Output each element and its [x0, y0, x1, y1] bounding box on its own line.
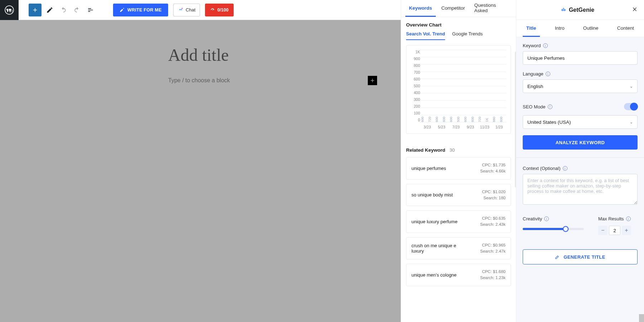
keyword-name: unique perfumes — [411, 166, 446, 171]
info-icon[interactable]: i — [548, 104, 552, 109]
usage-limit-button[interactable]: 0/100 — [205, 4, 233, 16]
keyword-input[interactable] — [523, 51, 638, 65]
info-icon[interactable]: i — [544, 216, 549, 221]
redo-icon — [73, 6, 80, 14]
close-icon — [632, 6, 638, 12]
right-panel-tabs: Title Intro Outline Content — [516, 20, 644, 37]
divider — [516, 157, 644, 158]
overview-chart-title: Overview Chart — [406, 22, 511, 28]
magic-pen-icon — [119, 8, 125, 13]
tab-content[interactable]: Content — [614, 20, 638, 37]
keyword-stats: CPC: $1.735Search: 4.66k — [480, 162, 506, 175]
scrollbar[interactable] — [639, 314, 644, 322]
seo-mode-toggle[interactable] — [624, 103, 638, 110]
sub-tab-search-vol[interactable]: Search Vol. Trend — [406, 31, 445, 40]
keyword-stats: CPC: $0.635Search: 2.43k — [480, 215, 506, 228]
chart-x-axis: 3/235/237/239/2311/231/23 — [420, 122, 506, 131]
chevron-down-icon: ⌄ — [630, 84, 633, 89]
keyword-stats: CPC: $1.020Search: 180 — [482, 189, 506, 201]
chart-y-axis: 1K9008007006005004003002001000 — [408, 50, 420, 122]
redo-button[interactable] — [72, 4, 82, 16]
chart-sub-tabs: Search Vol. Trend Google Trends — [406, 31, 511, 40]
keyword-card[interactable]: unique men's cologneCPC: $1.680Search: 1… — [406, 264, 511, 286]
keyword-stats: CPC: $1.680Search: 1.23k — [480, 269, 506, 281]
creativity-slider[interactable] — [523, 228, 584, 230]
right-panel-body: Keywordi Languagei English ⌄ SEO Modei U… — [516, 37, 644, 322]
modal-backdrop — [0, 20, 401, 322]
info-icon[interactable]: i — [626, 216, 631, 221]
svg-point-4 — [561, 9, 564, 11]
keywords-panel: Keywords Competitor Questions Asked Over… — [401, 0, 516, 322]
editor-canvas: Add title Type / to choose a block — [0, 20, 401, 322]
svg-point-1 — [179, 9, 181, 10]
stepper-decrease-button[interactable]: − — [598, 226, 608, 235]
analyze-keyword-button[interactable]: ANALYZE KEYWORD — [523, 135, 638, 150]
language-value: English — [527, 84, 543, 89]
tab-intro[interactable]: Intro — [551, 20, 568, 37]
chart-bars: 6007206006006005006006007201K880600 — [420, 50, 506, 122]
generate-icon — [555, 254, 560, 259]
pencil-icon — [46, 6, 53, 14]
tab-questions-asked[interactable]: Questions Asked — [471, 0, 512, 17]
keyword-card[interactable]: crush on me unique e luxuryCPC: $0.965Se… — [406, 237, 511, 260]
write-for-me-button[interactable]: WRITE FOR ME — [113, 4, 168, 16]
keyword-name: unique men's cologne — [411, 272, 457, 278]
document-overview-button[interactable] — [85, 4, 96, 16]
keyword-card[interactable]: unique perfumesCPC: $1.735Search: 4.66k — [406, 157, 511, 180]
svg-point-6 — [563, 8, 564, 9]
info-icon[interactable]: i — [543, 43, 548, 48]
country-select[interactable]: United States (USA) ⌄ — [523, 115, 638, 129]
tab-outline[interactable]: Outline — [580, 20, 602, 37]
gauge-icon — [210, 8, 215, 13]
tab-competitor[interactable]: Competitor — [438, 0, 469, 17]
seo-mode-label: SEO Modei — [523, 104, 552, 109]
country-value: United States (USA) — [527, 119, 571, 125]
left-panel-tabs: Keywords Competitor Questions Asked — [401, 0, 516, 17]
brand-label: GetGenie — [569, 7, 594, 13]
close-panel-button[interactable] — [632, 6, 638, 14]
write-for-me-label: WRITE FOR ME — [127, 8, 162, 13]
stepper-increase-button[interactable]: + — [622, 226, 631, 235]
usage-limit-label: 0/100 — [217, 8, 228, 13]
keyword-name: crush on me unique e luxury — [411, 243, 462, 254]
genie-brand-icon — [560, 7, 567, 13]
language-select[interactable]: English ⌄ — [523, 79, 638, 93]
wordpress-logo[interactable] — [0, 0, 19, 20]
keyword-card[interactable]: unique luxury perfumeCPC: $0.635Search: … — [406, 210, 511, 233]
generate-title-label: GENERATE TITLE — [564, 254, 605, 260]
svg-point-2 — [181, 9, 182, 10]
max-results-label: Max Resultsi — [598, 216, 638, 221]
context-field-label: Context (Optional)i — [523, 166, 638, 171]
keyword-stats: CPC: $0.965Search: 2.47k — [480, 242, 506, 255]
info-icon[interactable]: i — [546, 72, 550, 76]
related-keyword-list: unique perfumesCPC: $1.735Search: 4.66ks… — [406, 157, 511, 286]
genie-icon — [178, 7, 184, 13]
stepper-value[interactable] — [609, 226, 620, 235]
chevron-down-icon: ⌄ — [630, 120, 633, 125]
overview-chart: 1K9008007006005004003002001000 600720600… — [406, 45, 511, 134]
tab-keywords[interactable]: Keywords — [405, 0, 436, 17]
language-field-label: Languagei — [523, 71, 638, 77]
edit-mode-button[interactable] — [44, 4, 55, 16]
undo-icon — [60, 6, 67, 14]
context-textarea[interactable] — [523, 174, 638, 205]
sub-tab-google-trends[interactable]: Google Trends — [452, 31, 483, 40]
add-block-button[interactable] — [29, 4, 42, 16]
keyword-name: so unique body mist — [411, 192, 453, 197]
getgenie-brand: GetGenie — [560, 7, 594, 13]
svg-point-5 — [564, 9, 566, 11]
plus-icon — [32, 7, 38, 13]
top-toolbar: WRITE FOR ME Chat 0/100 — [0, 0, 401, 20]
generate-title-button[interactable]: GENERATE TITLE — [523, 249, 638, 264]
creativity-label: Creativityi — [523, 216, 584, 221]
undo-button[interactable] — [58, 4, 69, 16]
chat-button[interactable]: Chat — [173, 4, 200, 16]
wordpress-icon — [5, 5, 14, 15]
getgenie-panel: GetGenie Title Intro Outline Content Key… — [516, 0, 644, 322]
editor-viewport: WRITE FOR ME Chat 0/100 Add title Type /… — [0, 0, 401, 322]
tab-title[interactable]: Title — [523, 20, 540, 37]
keyword-card[interactable]: so unique body mistCPC: $1.020Search: 18… — [406, 184, 511, 206]
svg-point-3 — [181, 8, 182, 9]
info-icon[interactable]: i — [563, 166, 567, 171]
keyword-name: unique luxury perfume — [411, 219, 458, 224]
